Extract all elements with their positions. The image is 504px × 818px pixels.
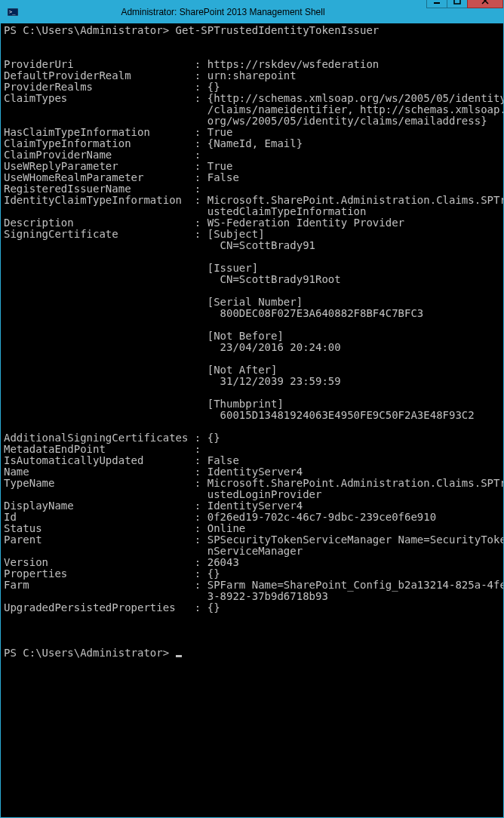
cursor <box>176 655 182 657</box>
svg-rect-3 <box>434 2 440 4</box>
svg-text:>_: >_ <box>9 9 16 15</box>
titlebar[interactable]: >_ Administrator: SharePoint 2013 Manage… <box>1 1 503 23</box>
minimize-button[interactable] <box>426 0 447 8</box>
app-icon: >_ <box>7 6 19 18</box>
window-title: Administrator: SharePoint 2013 Managemen… <box>19 1 427 23</box>
close-button[interactable] <box>467 0 503 8</box>
maximize-button[interactable] <box>447 0 468 8</box>
svg-rect-4 <box>454 0 460 4</box>
window-buttons <box>427 0 503 8</box>
console-output[interactable]: PS C:\Users\Administrator> Get-SPTrusted… <box>1 23 503 817</box>
app-window: >_ Administrator: SharePoint 2013 Manage… <box>0 0 504 818</box>
